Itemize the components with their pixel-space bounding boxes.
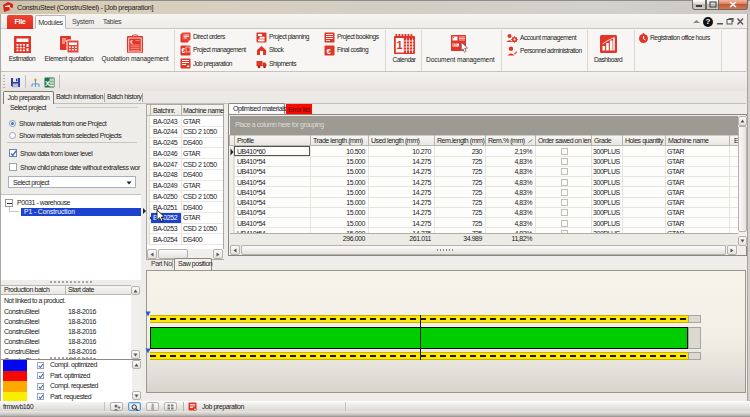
- svg-text:ABC: ABC: [453, 43, 459, 47]
- svg-text:1: 1: [397, 39, 403, 51]
- svg-text:€: €: [130, 39, 133, 45]
- svg-text:€: €: [327, 46, 332, 55]
- svg-text:€: €: [182, 47, 186, 54]
- svg-text:X: X: [45, 79, 50, 88]
